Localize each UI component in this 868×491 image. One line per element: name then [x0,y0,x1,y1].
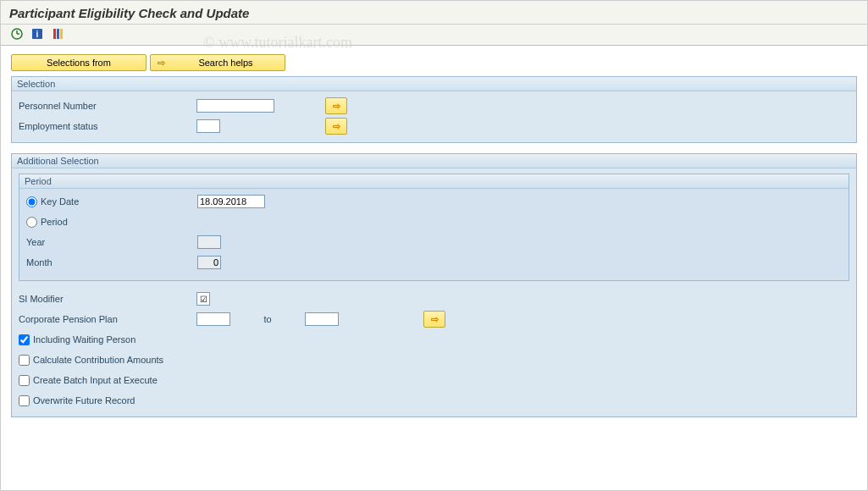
key-date-input[interactable] [197,195,265,208]
month-input[interactable] [197,256,221,269]
key-date-radio[interactable] [26,196,37,207]
key-date-label: Key Date [41,196,79,207]
employment-status-input[interactable] [196,119,220,133]
svg-rect-7 [60,29,63,39]
corporate-pension-from-input[interactable] [196,312,230,326]
personnel-number-label: Personnel Number [19,101,196,111]
create-batch-label: Create Batch Input at Execute [33,375,158,385]
arrow-right-icon: ⇨ [431,314,439,325]
selections-from-button[interactable]: Selections from [11,54,147,71]
year-label: Year [26,237,197,247]
period-group: Period Key Date Period [19,174,849,281]
additional-selection-group: Additional Selection Period Key Date [11,153,857,417]
button-label: Search helps [174,58,278,68]
group-title: Selection [12,77,856,91]
arrow-right-icon: ⇨ [158,58,165,69]
including-waiting-checkbox[interactable] [19,334,30,345]
info-icon[interactable]: i [30,26,45,41]
month-label: Month [26,257,197,268]
period-label: Period [41,217,68,227]
group-title: Period [19,174,849,189]
page-title: Participant Eligibility Check and Update [9,6,249,20]
execute-icon[interactable] [9,26,25,41]
calculate-contribution-label: Calculate Contribution Amounts [33,355,163,365]
si-modifier-valuehelp[interactable]: ☑ [196,292,210,306]
svg-rect-5 [53,29,56,39]
arrow-right-icon: ⇨ [333,121,340,132]
button-label: Selections from [47,58,111,68]
search-helps-button[interactable]: ⇨ Search helps [150,54,285,71]
variant-icon[interactable] [50,26,65,41]
period-radio[interactable] [26,217,37,228]
personnel-number-input[interactable] [196,99,274,113]
arrow-right-icon: ⇨ [333,101,340,112]
to-label: to [251,314,285,324]
including-waiting-label: Including Waiting Person [33,334,135,345]
selection-group: Selection Personnel Number ⇨ Employment … [11,76,857,143]
overwrite-future-checkbox[interactable] [19,395,30,406]
si-modifier-label: SI Modifier [19,294,196,304]
corporate-pension-label: Corporate Pension Plan [19,314,196,324]
overwrite-future-label: Overwrite Future Record [33,395,135,405]
svg-rect-6 [57,29,59,39]
employment-status-label: Employment status [19,121,196,131]
corporate-pension-multi-button[interactable]: ⇨ [423,311,445,328]
corporate-pension-to-input[interactable] [305,312,339,326]
year-input[interactable] [197,235,221,249]
create-batch-checkbox[interactable] [19,375,30,386]
app-toolbar: i [1,25,867,46]
group-title: Additional Selection [12,154,856,168]
employment-status-multi-button[interactable]: ⇨ [325,118,347,135]
calculate-contribution-checkbox[interactable] [19,355,30,366]
personnel-number-multi-button[interactable]: ⇨ [325,97,347,114]
svg-text:i: i [36,30,39,39]
